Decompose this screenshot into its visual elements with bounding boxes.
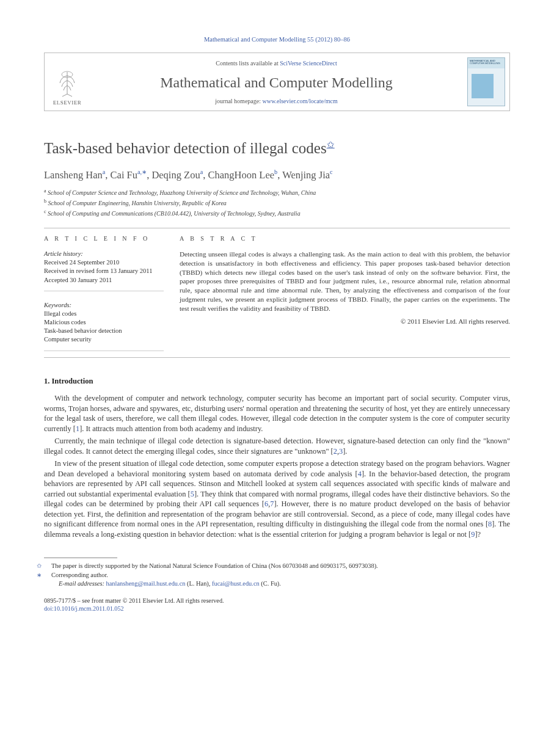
keyword: Task-based behavior detection bbox=[44, 327, 164, 335]
paragraph: Currently, the main technique of illegal… bbox=[44, 436, 510, 456]
abstract-text: Detecting unseen illegal codes is always… bbox=[180, 250, 510, 313]
doi-label[interactable]: doi: bbox=[44, 605, 54, 612]
history-accepted: Accepted 30 January 2011 bbox=[44, 276, 164, 285]
issn-copyright: 0895-7177/$ – see front matter © 2011 El… bbox=[44, 597, 510, 605]
author-4-affil[interactable]: b bbox=[274, 169, 277, 175]
article-info-column: A R T I C L E I N F O Article history: R… bbox=[44, 234, 164, 351]
email-link-2[interactable]: fucai@hust.edu.cn bbox=[212, 580, 260, 587]
affiliation-c: c School of Computing and Communications… bbox=[44, 209, 510, 218]
keyword: Malicious codes bbox=[44, 318, 164, 327]
abstract-column: A B S T R A C T Detecting unseen illegal… bbox=[180, 234, 510, 351]
footnote-corresponding: ∗Corresponding author. bbox=[44, 571, 510, 580]
keyword: Illegal codes bbox=[44, 310, 164, 318]
affiliation-b: b School of Computer Engineering, Hanshi… bbox=[44, 198, 510, 208]
abstract-label: A B S T R A C T bbox=[180, 234, 510, 243]
author-4: ChangHoon Lee bbox=[208, 169, 274, 181]
publisher-logo: ELSEVIER bbox=[45, 53, 90, 110]
doi-link[interactable]: 10.1016/j.mcm.2011.01.052 bbox=[54, 605, 124, 612]
keywords-block: Keywords: Illegal codes Malicious codes … bbox=[44, 301, 164, 351]
author-3: Deqing Zou bbox=[151, 169, 200, 181]
history-label: Article history: bbox=[44, 250, 164, 258]
journal-cover: MATHEMATICAL AND COMPUTER MODELLING bbox=[463, 53, 509, 110]
author-5: Wenjing Jia bbox=[282, 169, 330, 181]
abstract-copyright: © 2011 Elsevier Ltd. All rights reserved… bbox=[180, 317, 510, 326]
footnote-emails: E-mail addresses: hanlansheng@mail.hust.… bbox=[44, 580, 510, 588]
elsevier-tree-icon bbox=[54, 70, 80, 98]
journal-homepage: journal homepage: www.elsevier.com/locat… bbox=[90, 97, 463, 106]
title-footnote-mark[interactable]: ✩ bbox=[327, 139, 335, 149]
cover-thumbnail: MATHEMATICAL AND COMPUTER MODELLING bbox=[467, 57, 505, 106]
publisher-name: ELSEVIER bbox=[53, 99, 82, 106]
footnote-funding: ✩The paper is directly supported by the … bbox=[44, 562, 510, 570]
divider bbox=[44, 357, 510, 358]
citation-line: Mathematical and Computer Modelling 55 (… bbox=[44, 35, 510, 44]
journal-header: ELSEVIER Contents lists available at Sci… bbox=[44, 53, 510, 111]
footnote-separator bbox=[44, 558, 117, 558]
star-icon: ✩ bbox=[44, 562, 51, 570]
author-list: Lansheng Hana, Cai Fua,∗, Deqing Zoua, C… bbox=[44, 168, 510, 182]
section-heading-1: 1. Introduction bbox=[44, 376, 510, 387]
homepage-link[interactable]: www.elsevier.com/locate/mcm bbox=[263, 98, 338, 104]
journal-title: Mathematical and Computer Modelling bbox=[90, 73, 463, 92]
affiliation-a: a School of Computer Science and Technol… bbox=[44, 188, 510, 197]
asterisk-icon: ∗ bbox=[44, 571, 51, 580]
history-revised: Received in revised form 13 January 2011 bbox=[44, 267, 164, 275]
ref-link-2[interactable]: 2 bbox=[333, 447, 337, 456]
keyword: Computer security bbox=[44, 335, 164, 344]
front-matter: 0895-7177/$ – see front matter © 2011 El… bbox=[44, 597, 510, 614]
article-history: Article history: Received 24 September 2… bbox=[44, 250, 164, 291]
homepage-prefix: journal homepage: bbox=[215, 98, 262, 104]
keywords-label: Keywords: bbox=[44, 301, 164, 310]
email-label: E-mail addresses: bbox=[59, 580, 104, 587]
paragraph: In view of the present situation of ille… bbox=[44, 459, 510, 539]
contents-available: Contents lists available at SciVerse Sci… bbox=[90, 59, 463, 68]
title-text: Task-based behavior detection of illegal… bbox=[44, 140, 327, 156]
author-2-affil[interactable]: a,∗ bbox=[137, 169, 147, 175]
contents-prefix: Contents lists available at bbox=[216, 60, 280, 67]
article-info-label: A R T I C L E I N F O bbox=[44, 234, 164, 243]
ref-link-6[interactable]: 6 bbox=[264, 500, 268, 508]
author-5-affil[interactable]: c bbox=[330, 169, 333, 175]
author-1: Lansheng Han bbox=[44, 169, 103, 181]
author-3-affil[interactable]: a bbox=[200, 169, 203, 175]
author-2: Cai Fu bbox=[111, 169, 137, 181]
email-link-1[interactable]: hanlansheng@mail.hust.edu.cn bbox=[106, 580, 186, 587]
history-received: Received 24 September 2010 bbox=[44, 258, 164, 267]
article-title: Task-based behavior detection of illegal… bbox=[44, 138, 510, 159]
paragraph: With the development of computer and net… bbox=[44, 393, 510, 434]
cover-text: MATHEMATICAL AND COMPUTER MODELLING bbox=[470, 60, 503, 65]
divider bbox=[44, 228, 510, 228]
sciencedirect-link[interactable]: SciVerse ScienceDirect bbox=[280, 60, 337, 67]
author-1-affil[interactable]: a bbox=[103, 169, 106, 175]
